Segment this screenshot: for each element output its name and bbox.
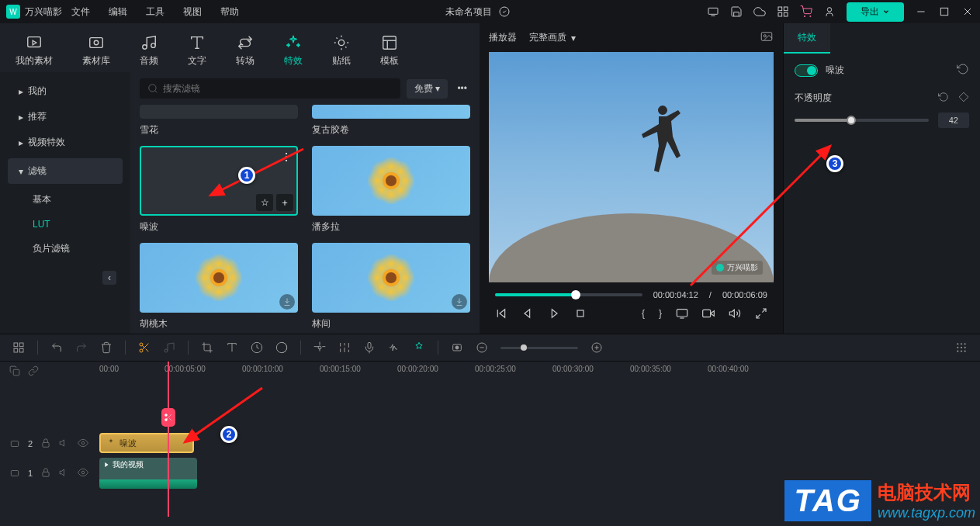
- play-back-button[interactable]: [521, 307, 534, 320]
- timeline-ruler[interactable]: 00:00 00:00:05:00 00:00:10:00 00:00:15:0…: [99, 362, 980, 382]
- track-visible-icon[interactable]: [78, 438, 88, 450]
- cloud-icon[interactable]: [753, 5, 766, 18]
- tl-audio-icon[interactable]: [388, 341, 400, 354]
- reset-opacity-icon[interactable]: [938, 92, 949, 105]
- clip-effect-noise[interactable]: 噪波: [99, 433, 194, 453]
- tl-undo-icon[interactable]: [50, 341, 63, 354]
- play-button[interactable]: [548, 307, 560, 320]
- thumb-menu-icon[interactable]: ⋮: [281, 151, 292, 163]
- menu-help[interactable]: 帮助: [211, 5, 248, 19]
- tl-effects2-icon[interactable]: [313, 341, 326, 354]
- sidebar-sub-negative[interactable]: 负片滤镜: [0, 236, 130, 261]
- track-lock-icon[interactable]: [40, 467, 51, 479]
- tab-templates[interactable]: 模板: [374, 29, 405, 72]
- tl-adjust-icon[interactable]: [338, 341, 351, 354]
- download-icon[interactable]: [452, 294, 467, 310]
- tl-speed-icon[interactable]: [251, 341, 263, 354]
- prev-frame-button[interactable]: [495, 307, 507, 320]
- tab-stock[interactable]: 素材库: [76, 29, 116, 72]
- mark-in-button[interactable]: {: [642, 308, 645, 319]
- minimize-icon[interactable]: [915, 5, 927, 18]
- cart-icon[interactable]: [800, 5, 812, 18]
- apps-icon[interactable]: [777, 5, 789, 18]
- menu-edit[interactable]: 编辑: [99, 5, 137, 19]
- track-lock-icon[interactable]: [40, 438, 51, 450]
- tl-mic-icon[interactable]: [363, 341, 376, 354]
- sidebar-item-video-fx[interactable]: ▸视频特效: [0, 130, 130, 155]
- zoom-slider[interactable]: [500, 347, 578, 349]
- tl-layout-icon[interactable]: [12, 341, 25, 354]
- thumb-retro[interactable]: [312, 105, 470, 119]
- tab-effects[interactable]: 特效: [278, 29, 309, 72]
- tab-transitions[interactable]: 转场: [230, 29, 261, 72]
- clip-video-main[interactable]: 我的视频: [99, 458, 197, 489]
- tl-redo-icon[interactable]: [75, 341, 88, 354]
- close-icon[interactable]: [961, 5, 974, 18]
- sync-icon[interactable]: [498, 5, 511, 18]
- snapshot-icon[interactable]: [760, 29, 774, 46]
- track-mute-icon[interactable]: [59, 438, 70, 450]
- thumb-walnut[interactable]: [140, 243, 298, 313]
- reset-effect-icon[interactable]: [957, 63, 969, 78]
- props-tab-effects[interactable]: 特效: [784, 23, 830, 54]
- tl-text-icon[interactable]: [163, 341, 175, 354]
- search-input[interactable]: [163, 83, 393, 94]
- tl-split-icon[interactable]: [138, 341, 151, 354]
- menu-view[interactable]: 视图: [174, 5, 211, 19]
- sidebar-sub-basic[interactable]: 基本: [0, 187, 130, 213]
- tab-my-media[interactable]: 我的素材: [9, 29, 59, 72]
- keyframe-icon[interactable]: [958, 92, 969, 105]
- tl-zoom-out-icon[interactable]: [476, 341, 488, 354]
- camera-button[interactable]: [702, 307, 715, 320]
- thumb-add-button[interactable]: ＋: [276, 194, 293, 211]
- save-icon[interactable]: [730, 5, 743, 18]
- thumb-forest[interactable]: [312, 243, 470, 313]
- user-icon[interactable]: [823, 5, 836, 18]
- tl-color-icon[interactable]: [275, 341, 288, 354]
- thumb-pandora[interactable]: [312, 146, 470, 216]
- tl-grid-icon[interactable]: [955, 341, 968, 354]
- free-filter-button[interactable]: 免费▾: [407, 79, 448, 99]
- display-button[interactable]: [676, 307, 688, 320]
- quality-select[interactable]: 完整画质▾: [529, 31, 576, 44]
- menu-tools[interactable]: 工具: [137, 5, 174, 19]
- tl-zoom-in-icon[interactable]: [590, 341, 603, 354]
- sidebar-item-recommend[interactable]: ▸推荐: [0, 104, 130, 130]
- playhead[interactable]: [168, 362, 169, 517]
- tl-record-icon[interactable]: [451, 341, 463, 354]
- tab-text[interactable]: 文字: [182, 29, 213, 72]
- stop-button[interactable]: [574, 307, 587, 320]
- volume-button[interactable]: [729, 307, 741, 320]
- thumb-favorite-button[interactable]: ☆: [256, 194, 273, 211]
- mark-out-button[interactable]: }: [659, 308, 662, 319]
- track-visible-icon[interactable]: [78, 467, 88, 479]
- maximize-icon[interactable]: [938, 5, 951, 18]
- effect-toggle[interactable]: [795, 64, 818, 77]
- download-icon[interactable]: [279, 294, 295, 310]
- more-button[interactable]: •••: [454, 80, 470, 97]
- sidebar-item-filters[interactable]: ▾滤镜: [8, 158, 123, 184]
- fullscreen-button[interactable]: [755, 307, 767, 320]
- overlay-watermark: TAG 电脑技术网 www.tagxp.com: [784, 480, 975, 521]
- preview-screen[interactable]: 万兴喵影: [489, 52, 774, 282]
- device-icon[interactable]: [707, 5, 719, 18]
- tab-audio[interactable]: 音频: [133, 29, 164, 72]
- tl-magnet-icon[interactable]: [413, 341, 425, 354]
- sidebar-collapse-button[interactable]: ‹: [102, 271, 116, 285]
- thumb-noise[interactable]: ⋮ ☆ ＋: [140, 146, 298, 216]
- opacity-value[interactable]: 42: [938, 112, 969, 128]
- progress-bar[interactable]: [495, 293, 642, 296]
- track-mute-icon[interactable]: [59, 467, 70, 479]
- opacity-slider[interactable]: [795, 119, 929, 122]
- sidebar-item-my[interactable]: ▸我的: [0, 78, 130, 104]
- thumb-snow[interactable]: [140, 105, 298, 119]
- tl-delete-icon[interactable]: [100, 341, 113, 354]
- tl-text2-icon[interactable]: [226, 341, 238, 354]
- sidebar-sub-lut[interactable]: LUT: [0, 213, 130, 236]
- menu-file[interactable]: 文件: [62, 5, 99, 19]
- tab-stickers[interactable]: 贴纸: [326, 29, 357, 72]
- tl-crop-icon[interactable]: [201, 341, 213, 354]
- tl-dup-icon[interactable]: [9, 365, 20, 378]
- export-button[interactable]: 导出: [847, 2, 904, 22]
- tl-link-icon[interactable]: [28, 365, 39, 378]
